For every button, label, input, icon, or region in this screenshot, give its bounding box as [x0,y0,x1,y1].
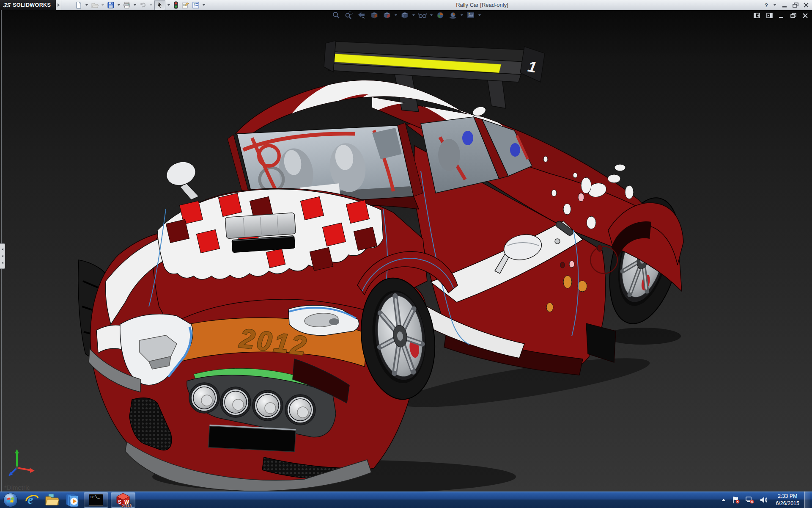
new-document-icon [75,1,82,9]
start-button[interactable] [3,492,18,508]
open-button[interactable] [90,0,99,10]
solidworks-logo: 3S SOLIDWORKS [0,0,56,10]
print-button[interactable] [122,0,132,10]
x-axis-arrow [30,468,35,473]
volume-icon[interactable] [760,496,768,504]
svg-text:S: S [118,499,121,505]
options-list-icon [192,1,200,9]
window-title: Rally Car [Read-only] [427,2,537,8]
brand-name: SOLIDWORKS [13,2,51,8]
taskbar-solidworks[interactable]: S W 2015 [111,492,135,508]
media-player-icon [65,493,80,507]
3ds-logo-mark: 3S [3,2,11,8]
clock-time: 2:33 PM [776,493,799,500]
solidworks-2015-icon: S W 2015 [115,492,132,508]
taskbar-clock[interactable]: 2:33 PM 6/26/2015 [776,493,799,507]
standard-toolbar [74,0,206,10]
show-hidden-icons-button[interactable] [721,498,727,502]
clock-date: 6/26/2015 [776,500,799,507]
action-center-icon[interactable] [732,496,740,504]
save-button[interactable] [106,0,115,10]
rebuild-button[interactable] [172,0,180,10]
file-properties-icon [181,1,189,9]
svg-text:2015: 2015 [121,503,132,508]
license-plate [208,425,296,452]
y-axis-arrow [15,449,19,453]
system-tray: 2:33 PM 6/26/2015 [721,491,812,508]
help-dropdown[interactable] [774,4,776,6]
folder-icon [44,493,60,507]
rally-car-3d-model[interactable]: 1 [0,10,812,491]
view-orientation-label: *Dimetric [4,484,30,491]
minimize-button[interactable] [782,2,788,8]
options-button[interactable] [191,0,200,10]
close-button[interactable] [803,2,809,8]
undo-icon [139,1,147,9]
network-status-icon[interactable] [745,496,754,504]
taskbar-windows-explorer[interactable] [44,492,60,508]
svg-text:e: e [27,493,33,506]
taskbar-internet-explorer[interactable]: e [24,492,39,508]
orientation-triad [7,447,40,480]
solidworks-window: 3S SOLIDWORKS [0,0,812,508]
select-button[interactable] [154,0,165,10]
command-prompt-icon: C:\_ [89,494,103,506]
hood-intake [225,213,296,253]
print-icon [123,1,131,9]
internet-explorer-icon: e [25,493,39,507]
windows-start-icon [3,492,18,508]
new-button[interactable] [74,0,83,10]
titlebar-controls: ? [765,0,809,10]
restore-button[interactable] [792,2,799,8]
open-folder-icon [91,1,99,9]
menu-flyout-button[interactable] [56,0,61,10]
graphics-viewport[interactable]: 1 [0,10,812,491]
show-desktop-button[interactable] [804,491,810,508]
undo-button[interactable] [138,0,148,10]
select-cursor-icon [156,1,164,9]
traffic-light-icon [173,1,179,9]
help-button[interactable]: ? [765,2,768,8]
taskbar-command-prompt[interactable]: C:\_ [84,492,108,508]
windows-taskbar: e C:\_ [0,491,812,508]
taskbar-media-player[interactable] [65,492,80,508]
titlebar: 3S SOLIDWORKS [0,0,812,11]
save-floppy-icon [107,1,115,9]
file-properties-button[interactable] [181,0,190,10]
